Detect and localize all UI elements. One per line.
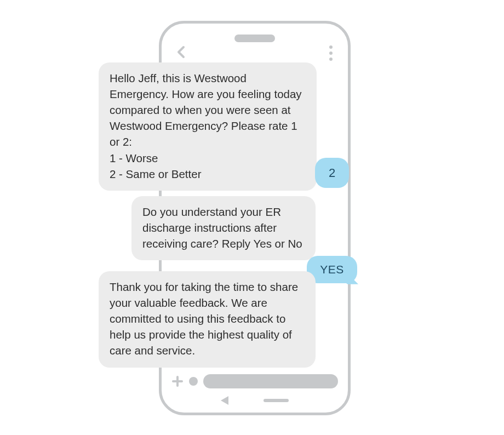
chevron-left-icon [175,45,188,59]
message-input[interactable] [203,374,338,388]
message-input-bar [171,373,338,390]
nav-home-icon[interactable] [264,399,289,402]
phone-notch [234,35,275,42]
attach-button[interactable] [171,375,184,387]
dot-icon [329,58,333,61]
nav-back-icon[interactable] [221,396,228,405]
sent-message: 2 [315,158,349,188]
message-text: 2 [329,166,335,180]
message-text: Do you understand your ER discharge inst… [142,205,302,250]
message-text: YES [320,263,344,276]
camera-button[interactable] [189,377,198,386]
received-message: Do you understand your ER discharge inst… [131,196,316,260]
android-nav-bar [162,395,348,406]
dot-icon [329,45,333,49]
dot-icon [329,51,333,55]
received-message: Thank you for taking the time to share y… [99,271,316,368]
back-button[interactable] [175,45,188,59]
received-message: Hello Jeff, this is Westwood Emergency. … [99,62,317,191]
message-text: Hello Jeff, this is Westwood Emergency. … [110,72,302,180]
bubble-tail-icon [346,272,358,284]
message-text: Thank you for taking the time to share y… [110,281,298,357]
more-options-button[interactable] [326,45,336,61]
